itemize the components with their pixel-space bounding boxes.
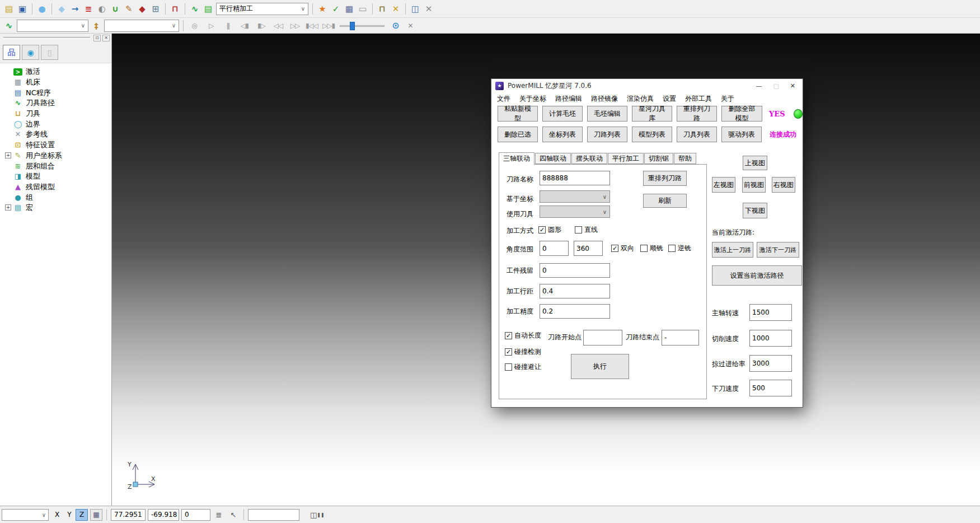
tab-4axis[interactable]: 四轴联动 (535, 153, 571, 164)
stopwatch-icon[interactable]: ⊙ (389, 19, 402, 32)
menu-about[interactable]: 关于 (721, 94, 734, 104)
status-combo[interactable]: ∨ (2, 509, 49, 521)
menu-settings[interactable]: 设置 (663, 94, 676, 104)
delete-selected-button[interactable]: 删除已选 (498, 127, 538, 142)
tab-saw[interactable]: 切割锯 (644, 153, 673, 164)
start-point-input[interactable] (583, 330, 622, 345)
sim-toolpath-combo[interactable]: ∨ (17, 20, 88, 32)
maximize-button[interactable]: ▢ (773, 82, 779, 90)
expand-icon[interactable] (5, 204, 11, 211)
tree-item[interactable]: ⊔ 刀具 (4, 109, 111, 119)
top-view-button[interactable]: 上视图 (743, 156, 767, 170)
end-point-input[interactable] (662, 330, 699, 345)
stock-remain-input[interactable] (540, 263, 610, 278)
close-panel-icon[interactable]: ✕ (102, 35, 110, 41)
tree-item[interactable]: ∿ 刀具路径 (4, 98, 111, 109)
activate-next-toolpath-button[interactable]: 激活下一刀路 (757, 242, 799, 258)
grid-toggle-button[interactable]: ▦ (90, 509, 102, 521)
sim-tool-combo[interactable]: ∨ (104, 20, 179, 32)
tool-change-icon[interactable]: ⊓ (376, 2, 389, 16)
execute-button[interactable]: 执行 (571, 354, 629, 379)
skim-feed-input[interactable] (749, 355, 792, 372)
tree-item[interactable]: > 激活 (4, 67, 111, 77)
expand-icon[interactable] (5, 152, 11, 158)
database-icon[interactable]: ◫ (409, 2, 422, 16)
bottom-view-button[interactable]: 下视图 (743, 203, 767, 218)
front-view-button[interactable]: 前视图 (742, 177, 766, 193)
tool-check-icon[interactable]: ✓ (329, 2, 343, 16)
compute-block-button[interactable]: 计算毛坯 (542, 106, 583, 122)
tree-item[interactable]: ● 组 (4, 192, 111, 203)
angle-from-input[interactable] (540, 241, 569, 256)
slider-handle[interactable] (350, 22, 355, 30)
tab-explorer-world[interactable]: ◉ (22, 45, 39, 60)
list-options-icon[interactable]: ≣ (213, 509, 225, 521)
spindle-speed-input[interactable] (749, 304, 792, 321)
axis-x-button[interactable]: X (51, 509, 63, 521)
tree-item[interactable]: ≋ 层和组合 (4, 161, 111, 171)
panel-grip[interactable] (3, 37, 90, 39)
axis-z-button[interactable]: Z (76, 509, 88, 521)
activate-prev-toolpath-button[interactable]: 激活上一刀路 (712, 242, 753, 258)
conventional-mill-checkbox[interactable]: 逆铣 (668, 244, 691, 253)
plunge-feed-input[interactable] (749, 380, 792, 396)
drive-list-button[interactable]: 驱动列表 (721, 127, 762, 142)
simulation-speed-slider[interactable] (340, 21, 385, 31)
rearrange-toolpaths-button[interactable]: 重排列刀路 (677, 106, 717, 122)
tree-item[interactable]: ◨ 模型 (4, 171, 111, 182)
tree-item[interactable]: ✎ 用户坐标系 (4, 151, 111, 161)
save-project-icon[interactable]: ▣ (16, 2, 29, 16)
tolerance-input[interactable] (540, 304, 610, 319)
tool-library-button[interactable]: 星河刀具库 (632, 106, 672, 122)
open-project-icon[interactable]: ▤ (2, 2, 16, 16)
active-toolpath-icon[interactable]: ∿ (188, 2, 201, 16)
tab-parallel[interactable]: 平行加工 (608, 153, 644, 164)
block-model-icon[interactable]: ◆ (55, 2, 68, 16)
pointer-icon[interactable]: ↖ (227, 509, 240, 521)
tool-flame-icon[interactable]: ★ (316, 2, 329, 16)
right-view-button[interactable]: 右视图 (772, 177, 795, 193)
cutting-feed-input[interactable] (749, 330, 792, 347)
line-checkbox[interactable]: 直线 (575, 225, 598, 235)
edit-toolpath-icon[interactable]: ✎ (122, 2, 135, 16)
strategy-combo[interactable]: 平行精加工 ∨ (216, 3, 308, 15)
tree-item[interactable]: ◯ 边界 (4, 119, 111, 129)
tree-item[interactable]: ✕ 参考线 (4, 129, 111, 140)
block-edit-button[interactable]: 毛坯编辑 (587, 106, 627, 122)
left-view-button[interactable]: 左视图 (712, 177, 735, 193)
climb-mill-checkbox[interactable]: 顺铣 (640, 244, 663, 253)
shaded-view-icon[interactable]: ● (35, 2, 49, 16)
tab-explorer-trash[interactable]: ▯ (41, 45, 58, 60)
fast-forward-icon[interactable]: ▷▷ (288, 19, 302, 32)
menu-render-sim[interactable]: 渲染仿真 (627, 94, 654, 104)
tree-item[interactable]: ⊡ 特征设置 (4, 140, 111, 151)
tool-pair-icon[interactable]: ‡ (90, 19, 103, 32)
go-end-icon[interactable]: ▷▷▮ (322, 19, 335, 32)
menu-file[interactable]: 文件 (497, 94, 510, 104)
menu-path-edit[interactable]: 路径编辑 (555, 94, 582, 104)
float-panel-icon[interactable]: ⊡ (93, 35, 101, 41)
tool-block-icon[interactable]: ⊞ (149, 2, 162, 16)
step-forward-icon[interactable]: ▮▷ (255, 19, 268, 32)
toolbar-close-icon[interactable]: ✕ (422, 2, 435, 16)
tree-item[interactable]: ▲ 残留模型 (4, 182, 111, 193)
toolpath-jump-icon[interactable]: → (68, 2, 82, 16)
axis-y-button[interactable]: Y (63, 509, 76, 521)
circle-checkbox[interactable]: 圆形 (538, 225, 561, 235)
tool-ball-icon[interactable]: ◐ (95, 2, 109, 16)
monitor-icon[interactable]: ◫❚❚ (310, 509, 325, 521)
paste-new-model-button[interactable]: 粘贴新模型 (498, 106, 538, 122)
cross-arrows-icon[interactable]: ✕ (389, 2, 402, 16)
angle-to-input[interactable] (574, 241, 603, 256)
simbar-close-icon[interactable]: ✕ (404, 19, 417, 32)
tree-item[interactable]: ▤ NC程序 (4, 87, 111, 98)
menu-about-coords[interactable]: 关于坐标 (519, 94, 546, 104)
tool-list-button[interactable]: 刀具列表 (677, 127, 717, 142)
tab-3axis[interactable]: 三轴联动 (499, 152, 534, 165)
set-active-path-button[interactable]: 设置当前激活路径 (712, 265, 802, 286)
rewind-icon[interactable]: ◁◁ (271, 19, 285, 32)
tab-explorer-tree[interactable]: 品 (3, 45, 20, 60)
delete-all-models-button[interactable]: 删除全部模型 (721, 106, 762, 122)
coord-list-button[interactable]: 坐标列表 (542, 127, 583, 142)
refresh-button[interactable]: 刷新 (643, 194, 687, 208)
